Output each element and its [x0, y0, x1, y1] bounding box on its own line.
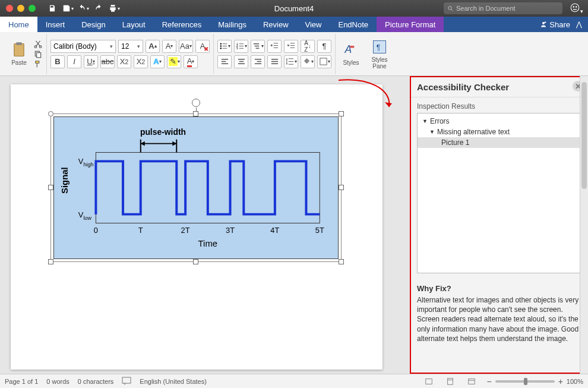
tab-home[interactable]: Home	[0, 17, 37, 32]
bullets-button[interactable]: ▾	[217, 40, 232, 53]
group-styles: A Styles ¶ Styles Pane	[336, 34, 395, 74]
resize-handle[interactable]	[48, 111, 53, 116]
close-window-button[interactable]	[6, 5, 13, 12]
save-button[interactable]	[45, 2, 59, 14]
tab-references[interactable]: References	[154, 17, 210, 32]
resize-handle[interactable]	[339, 259, 344, 264]
resize-handle[interactable]	[193, 259, 198, 264]
tab-layout[interactable]: Layout	[114, 17, 154, 32]
rotate-handle[interactable]	[192, 99, 200, 107]
sort-button[interactable]: AZ↓	[301, 40, 315, 53]
collapse-ribbon-button[interactable]: ⋀	[576, 20, 582, 29]
tab-insert[interactable]: Insert	[37, 17, 74, 32]
line-spacing-button[interactable]: ▾	[284, 55, 298, 68]
status-chars[interactable]: 0 characters	[78, 378, 114, 385]
svg-rect-5	[16, 42, 21, 45]
shrink-font-button[interactable]: A▾	[162, 40, 176, 53]
search-box[interactable]: Search in Document	[444, 2, 562, 14]
grow-font-button[interactable]: A▴	[146, 40, 160, 53]
vertical-scrollbar[interactable]	[580, 76, 588, 374]
zoom-value[interactable]: 100%	[567, 378, 583, 385]
cut-button[interactable]	[33, 40, 43, 48]
align-right-button[interactable]	[251, 55, 265, 68]
show-marks-button[interactable]: ¶	[317, 40, 331, 53]
align-left-button[interactable]	[217, 55, 232, 68]
resize-handle[interactable]	[339, 185, 344, 190]
redo-button[interactable]	[91, 2, 106, 14]
justify-button[interactable]	[267, 55, 282, 68]
scroll-thumb[interactable]	[581, 82, 587, 189]
zoom-out-button[interactable]: −	[486, 377, 491, 386]
clear-format-button[interactable]: A✖	[195, 40, 210, 53]
borders-button[interactable]: ▾	[317, 55, 331, 68]
group-paragraph: ▾ 123▾ ▾ AZ↓ ¶ ▾ ▾ ▾	[214, 34, 336, 74]
font-size-select[interactable]: 12▾	[118, 40, 143, 53]
results-tree[interactable]: ▼Errors ▼Missing alternative text Pictur…	[417, 113, 581, 273]
svg-point-3	[576, 6, 577, 7]
tab-view[interactable]: View	[297, 17, 330, 32]
group-clipboard: Paste	[4, 34, 47, 74]
svg-rect-4	[14, 44, 24, 56]
zoom-in-button[interactable]: +	[558, 377, 563, 386]
zoom-window-button[interactable]	[29, 5, 36, 12]
focus-view-button[interactable]	[422, 376, 435, 387]
subscript-button[interactable]: X2	[117, 55, 131, 68]
format-painter-button[interactable]	[33, 60, 43, 68]
selected-picture[interactable]: Signal Vhigh Vlow 0T2T 3T4T5T Time pulse…	[53, 116, 339, 259]
zoom-slider[interactable]	[495, 380, 555, 383]
copy-button[interactable]	[33, 50, 43, 58]
tab-review[interactable]: Review	[255, 17, 297, 32]
paste-button[interactable]: Paste	[7, 42, 31, 66]
multilevel-button[interactable]: ▾	[251, 40, 265, 53]
font-name-select[interactable]: Calibri (Body)▾	[50, 40, 116, 53]
font-color-button[interactable]: A▾	[184, 55, 198, 68]
document-area[interactable]: Signal Vhigh Vlow 0T2T 3T4T5T Time pulse…	[0, 76, 410, 374]
tree-picture1-item[interactable]: Picture 1	[418, 137, 580, 148]
status-language[interactable]: English (United States)	[140, 378, 207, 385]
tab-picture-format[interactable]: Picture Format	[377, 17, 444, 32]
status-words[interactable]: 0 words	[46, 378, 69, 385]
align-center-button[interactable]	[234, 55, 248, 68]
undo-button[interactable]: ▾	[76, 2, 90, 14]
print-button[interactable]: ▾	[107, 2, 121, 14]
bold-button[interactable]: B	[50, 55, 65, 68]
svg-point-6	[34, 45, 37, 48]
tab-design[interactable]: Design	[73, 17, 113, 32]
strike-button[interactable]: abc	[100, 55, 115, 68]
superscript-button[interactable]: X2	[134, 55, 148, 68]
highlight-button[interactable]: ✎▾	[167, 55, 181, 68]
change-case-button[interactable]: Aa▾	[179, 40, 193, 53]
spellcheck-icon[interactable]	[122, 377, 131, 386]
web-layout-button[interactable]	[465, 376, 478, 387]
share-button[interactable]: Share	[540, 20, 570, 29]
svg-rect-16	[320, 58, 326, 65]
tab-mailings[interactable]: Mailings	[210, 17, 255, 32]
tree-errors-node[interactable]: ▼Errors	[418, 116, 580, 127]
text-effects-button[interactable]: A▾	[150, 55, 165, 68]
print-layout-button[interactable]	[444, 376, 457, 387]
resize-handle[interactable]	[193, 111, 198, 116]
resize-handle[interactable]	[48, 259, 53, 264]
selection-handles	[50, 113, 342, 262]
document-title: Document4	[274, 4, 314, 13]
styles-pane-button[interactable]: ¶ Styles Pane	[368, 39, 391, 70]
tree-missing-alt-node[interactable]: ▼Missing alternative text	[418, 127, 580, 137]
tab-endnote[interactable]: EndNote	[330, 17, 377, 32]
feedback-button[interactable]: ▾	[570, 2, 583, 15]
italic-button[interactable]: I	[67, 55, 81, 68]
status-page[interactable]: Page 1 of 1	[5, 378, 38, 385]
why-fix-text: Alternative text for images and other ob…	[417, 295, 581, 343]
save-dropdown[interactable]: ▾	[61, 2, 75, 14]
minimize-window-button[interactable]	[17, 5, 24, 12]
shading-button[interactable]: ▾	[301, 55, 315, 68]
decrease-indent-button[interactable]	[267, 40, 282, 53]
styles-gallery-button[interactable]: A Styles	[339, 42, 363, 66]
resize-handle[interactable]	[48, 185, 53, 190]
underline-button[interactable]: U▾	[84, 55, 98, 68]
svg-rect-43	[469, 378, 475, 384]
increase-indent-button[interactable]	[284, 40, 298, 53]
svg-point-7	[39, 45, 42, 48]
styles-pane-icon: ¶	[371, 39, 388, 55]
numbering-button[interactable]: 123▾	[234, 40, 248, 53]
resize-handle[interactable]	[339, 111, 344, 116]
